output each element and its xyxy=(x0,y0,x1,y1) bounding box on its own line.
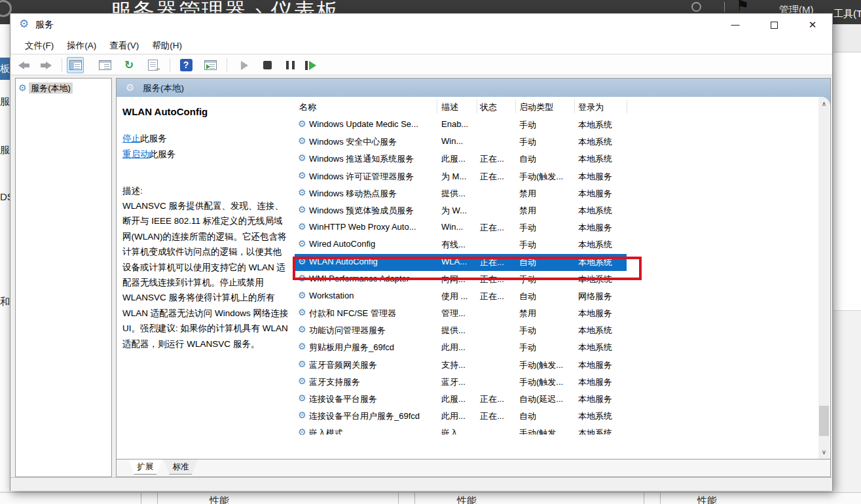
vertical-scrollbar[interactable]: ∧ ∨ xyxy=(818,97,830,459)
service-gear-icon: ⚙ xyxy=(298,341,306,351)
restart-service-line: 重启动此服务 xyxy=(122,149,289,160)
column-divider xyxy=(660,493,661,504)
pause-service-icon[interactable] xyxy=(282,57,299,73)
service-row[interactable]: ⚙剪贴板用户服务_69fcd此用...手动本地系统 xyxy=(295,339,816,356)
column-header[interactable]: 状态 xyxy=(480,101,497,113)
close-button[interactable]: ✕ xyxy=(796,14,829,36)
service-row[interactable]: ⚙付款和 NFC/SE 管理器管理...禁用本地服务 xyxy=(295,305,816,322)
service-row[interactable]: ⚙嵌入模式嵌入...手动(触发...本地系统 xyxy=(295,425,816,435)
service-description: 提供... xyxy=(441,325,466,336)
column-divider xyxy=(644,493,644,504)
show-action-pane-icon[interactable] xyxy=(202,57,219,73)
stop-service-link[interactable]: 停止 xyxy=(122,134,140,143)
service-description: Enab... xyxy=(441,119,468,129)
column-divider xyxy=(477,99,477,113)
column-header[interactable]: 登录为 xyxy=(578,101,604,113)
service-gear-icon: ⚙ xyxy=(298,324,306,334)
server-manager-sidebar: 板服服DS和 xyxy=(0,24,10,504)
menu-V[interactable]: 查看(V) xyxy=(103,37,145,54)
tab-standard[interactable]: 标准 xyxy=(164,459,198,475)
service-status: 正在... xyxy=(480,257,504,268)
tree-item-label: 服务(本地) xyxy=(29,82,73,94)
sidebar-item-fragment[interactable]: 板 xyxy=(0,58,10,80)
help-icon[interactable]: ? xyxy=(177,57,194,73)
scroll-up-icon[interactable]: ∧ xyxy=(818,98,830,109)
service-row[interactable]: ⚙连接设备平台用户服务_69fcd此用...正在...自动本地系统 xyxy=(295,408,816,425)
column-header[interactable]: 启动类型 xyxy=(519,101,553,113)
service-gear-icon: ⚙ xyxy=(298,135,306,146)
service-description: 使用 ... xyxy=(441,291,467,302)
service-row[interactable]: ⚙Windows 预览体验成员服务为 W...禁用本地系统 xyxy=(295,202,816,219)
tools-menu[interactable]: 工具(T) xyxy=(834,8,861,20)
service-row[interactable]: ⚙Windows 移动热点服务提供...禁用本地服务 xyxy=(295,185,816,202)
service-row[interactable]: ⚙Windows 许可证管理器服务为 M...正在...手动(触发...本地服务 xyxy=(295,168,816,185)
service-logon-as: 本地服务 xyxy=(578,359,612,371)
properties-icon[interactable] xyxy=(96,57,113,73)
service-startup-type: 手动(触发... xyxy=(519,359,563,371)
scroll-down-icon[interactable]: ∨ xyxy=(818,446,830,458)
menu-bar: 文件(F)操作(A)查看(V)帮助(H) xyxy=(10,37,832,54)
menu-H[interactable]: 帮助(H) xyxy=(145,37,189,54)
menu-A[interactable]: 操作(A) xyxy=(60,37,103,54)
sidebar-item-fragment[interactable]: DS xyxy=(0,191,10,202)
service-row[interactable]: ⚙蓝牙支持服务蓝牙...手动(触发...本地服务 xyxy=(295,374,816,391)
service-row[interactable]: ⚙连接设备平台服务此服...正在...自动(延迟...本地服务 xyxy=(295,391,816,408)
service-row[interactable]: ⚙WinHTTP Web Proxy Auto...Win...正在...手动本… xyxy=(295,219,816,236)
column-divider xyxy=(437,99,437,113)
service-row[interactable]: ⚙WLAN AutoConfigWLA...正在...自动本地系统 xyxy=(295,254,627,271)
restart-service-icon[interactable] xyxy=(302,57,319,73)
tab-extended[interactable]: 扩展 xyxy=(128,459,162,475)
export-list-icon[interactable]: → xyxy=(144,57,161,73)
pane-content: WLAN AutoConfig 停止此服务 重启动此服务 描述: WLANSVC… xyxy=(117,97,830,460)
column-header[interactable]: 名称 xyxy=(299,101,316,113)
service-startup-type: 手动(触发... xyxy=(519,427,563,435)
service-row[interactable]: ⚙蓝牙音频网关服务支持...手动(触发...本地服务 xyxy=(295,357,816,374)
window-titlebar[interactable]: ⚙ 服务 — ✕ xyxy=(10,14,832,37)
service-name: Workstation xyxy=(309,291,354,300)
notifications-flag-icon[interactable]: ⚑ xyxy=(736,0,749,14)
service-startup-type: 自动(延迟... xyxy=(519,393,563,405)
service-row[interactable]: ⚙Wired AutoConfig有线...手动本地系统 xyxy=(295,236,816,253)
service-row[interactable]: ⚙功能访问管理器服务提供...手动本地系统 xyxy=(295,322,816,339)
service-logon-as: 本地系统 xyxy=(578,427,612,435)
scrollbar-thumb[interactable] xyxy=(819,406,829,436)
service-logon-as: 网络服务 xyxy=(578,291,612,302)
stop-service-icon[interactable] xyxy=(259,57,276,73)
toolbar: ↻→? xyxy=(10,55,832,75)
service-row[interactable]: ⚙Windows 推送通知系统服务此服...正在...自动本地系统 xyxy=(295,151,816,168)
refresh-icon[interactable] xyxy=(691,2,701,12)
column-header[interactable]: 描述 xyxy=(441,101,458,113)
service-gear-icon: ⚙ xyxy=(298,410,306,420)
view-tabs-bar: 扩展标准 xyxy=(117,459,830,477)
sidebar-item-fragment[interactable]: 服 xyxy=(0,96,10,108)
service-startup-type: 手动 xyxy=(519,119,536,131)
column-divider xyxy=(141,493,141,504)
service-logon-as: 本地系统 xyxy=(578,136,612,148)
restart-service-link[interactable]: 重启动 xyxy=(122,149,149,159)
forward-icon[interactable] xyxy=(37,57,54,73)
sidebar-item-fragment[interactable]: 和 xyxy=(0,296,10,308)
start-service-icon[interactable] xyxy=(236,57,253,73)
service-startup-type: 自动 xyxy=(519,291,536,302)
tree-item-services-local[interactable]: ⚙ 服务(本地) xyxy=(18,82,111,94)
service-row[interactable]: ⚙Windows 安全中心服务Win...手动本地系统 xyxy=(295,134,816,151)
show-console-tree-icon[interactable] xyxy=(67,57,84,73)
service-row[interactable]: ⚙WMI Performance Adapter向网...正在...手动本地系统 xyxy=(295,271,816,288)
maximize-button[interactable] xyxy=(758,14,790,36)
service-description: 为 W... xyxy=(441,205,467,217)
service-description-pane: WLAN AutoConfig 停止此服务 重启动此服务 描述: WLANSVC… xyxy=(117,97,295,460)
service-description: 此用... xyxy=(441,410,466,422)
service-name: 连接设备平台服务 xyxy=(309,393,377,405)
service-row[interactable]: ⚙Windows Update Medic Se...Enab...手动本地系统 xyxy=(295,117,816,134)
service-description: 向网... xyxy=(441,274,466,285)
service-status: 正在... xyxy=(480,222,504,234)
service-name: Windows Update Medic Se... xyxy=(309,119,418,129)
service-name: WinHTTP Web Proxy Auto... xyxy=(309,222,416,232)
services-gear-icon: ⚙ xyxy=(18,82,27,93)
minimize-button[interactable]: — xyxy=(719,14,752,36)
menu-F[interactable]: 文件(F) xyxy=(18,37,60,54)
service-row[interactable]: ⚙Workstation使用 ...正在...自动网络服务 xyxy=(295,288,816,305)
back-icon[interactable] xyxy=(16,57,33,73)
refresh-icon[interactable]: ↻ xyxy=(120,57,137,73)
sidebar-item-fragment[interactable]: 服 xyxy=(0,144,10,156)
